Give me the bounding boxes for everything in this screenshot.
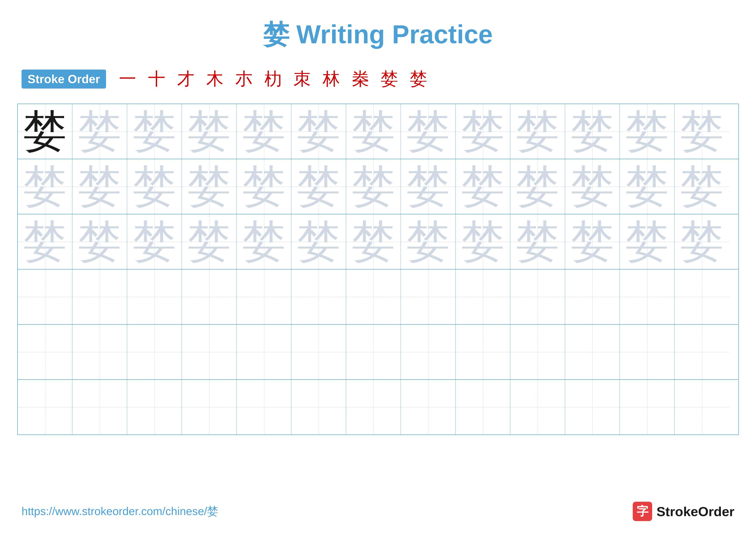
footer-logo: 字 StrokeOrder bbox=[633, 502, 735, 521]
grid-cell-2-11[interactable]: 婪 bbox=[565, 159, 620, 214]
practice-char-light: 婪 bbox=[571, 165, 614, 208]
practice-char-light: 婪 bbox=[680, 165, 723, 208]
grid-cell-2-2[interactable]: 婪 bbox=[72, 159, 127, 214]
grid-cell-4-13[interactable] bbox=[675, 269, 729, 324]
grid-cell-4-6[interactable] bbox=[291, 269, 346, 324]
grid-cell-3-9[interactable]: 婪 bbox=[456, 214, 510, 269]
grid-cell-6-5[interactable] bbox=[237, 380, 291, 435]
grid-row-5 bbox=[18, 325, 738, 380]
grid-cell-2-7[interactable]: 婪 bbox=[346, 159, 401, 214]
grid-cell-1-8[interactable]: 婪 bbox=[401, 104, 456, 159]
logo-icon: 字 bbox=[633, 502, 652, 521]
grid-cell-3-1[interactable]: 婪 bbox=[18, 214, 72, 269]
grid-cell-2-8[interactable]: 婪 bbox=[401, 159, 456, 214]
grid-cell-4-1[interactable] bbox=[18, 269, 72, 324]
grid-cell-5-3[interactable] bbox=[127, 325, 182, 379]
grid-cell-5-4[interactable] bbox=[182, 325, 237, 379]
page-title: 婪 Writing Practice bbox=[263, 20, 493, 49]
grid-cell-1-1[interactable]: 婪 bbox=[18, 104, 72, 159]
grid-cell-3-2[interactable]: 婪 bbox=[72, 214, 127, 269]
grid-cell-5-10[interactable] bbox=[510, 325, 565, 379]
grid-cell-5-9[interactable] bbox=[456, 325, 510, 379]
grid-cell-2-1[interactable]: 婪 bbox=[18, 159, 72, 214]
grid-cell-3-11[interactable]: 婪 bbox=[565, 214, 620, 269]
grid-cell-5-6[interactable] bbox=[291, 325, 346, 379]
grid-cell-3-4[interactable]: 婪 bbox=[182, 214, 237, 269]
grid-cell-1-10[interactable]: 婪 bbox=[510, 104, 565, 159]
footer-url-link[interactable]: https://www.strokeorder.com/chinese/婪 bbox=[21, 504, 218, 519]
grid-cell-1-2[interactable]: 婪 bbox=[72, 104, 127, 159]
grid-cell-6-10[interactable] bbox=[510, 380, 565, 435]
stroke-2: 十 bbox=[148, 67, 165, 91]
grid-cell-4-8[interactable] bbox=[401, 269, 456, 324]
grid-cell-2-4[interactable]: 婪 bbox=[182, 159, 237, 214]
practice-char-light: 婪 bbox=[188, 165, 231, 208]
grid-cell-3-7[interactable]: 婪 bbox=[346, 214, 401, 269]
grid-cell-5-8[interactable] bbox=[401, 325, 456, 379]
grid-cell-5-1[interactable] bbox=[18, 325, 72, 379]
practice-char-light: 婪 bbox=[23, 165, 67, 208]
grid-cell-4-3[interactable] bbox=[127, 269, 182, 324]
grid-cell-4-10[interactable] bbox=[510, 269, 565, 324]
stroke-chars-container: 一 十 才 木 朩 朸 朿 林 桊 婪 婪 bbox=[119, 67, 427, 91]
grid-cell-1-9[interactable]: 婪 bbox=[456, 104, 510, 159]
grid-cell-5-12[interactable] bbox=[620, 325, 675, 379]
grid-cell-6-9[interactable] bbox=[456, 380, 510, 435]
grid-cell-2-10[interactable]: 婪 bbox=[510, 159, 565, 214]
grid-cell-5-7[interactable] bbox=[346, 325, 401, 379]
grid-cell-1-13[interactable]: 婪 bbox=[675, 104, 729, 159]
grid-cell-5-11[interactable] bbox=[565, 325, 620, 379]
stroke-4: 木 bbox=[206, 67, 224, 91]
grid-cell-3-10[interactable]: 婪 bbox=[510, 214, 565, 269]
grid-cell-1-11[interactable]: 婪 bbox=[565, 104, 620, 159]
grid-cell-3-5[interactable]: 婪 bbox=[237, 214, 291, 269]
grid-cell-2-12[interactable]: 婪 bbox=[620, 159, 675, 214]
grid-cell-5-2[interactable] bbox=[72, 325, 127, 379]
grid-cell-5-5[interactable] bbox=[237, 325, 291, 379]
grid-cell-3-6[interactable]: 婪 bbox=[291, 214, 346, 269]
grid-cell-4-7[interactable] bbox=[346, 269, 401, 324]
grid-cell-5-13[interactable] bbox=[675, 325, 729, 379]
grid-cell-6-2[interactable] bbox=[72, 380, 127, 435]
grid-cell-6-8[interactable] bbox=[401, 380, 456, 435]
grid-cell-3-8[interactable]: 婪 bbox=[401, 214, 456, 269]
grid-cell-4-2[interactable] bbox=[72, 269, 127, 324]
grid-cell-6-7[interactable] bbox=[346, 380, 401, 435]
grid-cell-3-3[interactable]: 婪 bbox=[127, 214, 182, 269]
grid-cell-6-12[interactable] bbox=[620, 380, 675, 435]
grid-cell-4-11[interactable] bbox=[565, 269, 620, 324]
stroke-11: 婪 bbox=[410, 67, 427, 91]
stroke-7: 朿 bbox=[293, 67, 311, 91]
grid-row-1: 婪 婪 婪 婪 婪 婪 婪 婪 婪 婪 婪 婪 婪 bbox=[18, 104, 738, 159]
grid-cell-1-6[interactable]: 婪 bbox=[291, 104, 346, 159]
grid-cell-4-4[interactable] bbox=[182, 269, 237, 324]
practice-char-light: 婪 bbox=[352, 110, 395, 153]
grid-cell-3-13[interactable]: 婪 bbox=[675, 214, 729, 269]
grid-cell-2-5[interactable]: 婪 bbox=[237, 159, 291, 214]
grid-cell-6-1[interactable] bbox=[18, 380, 72, 435]
stroke-9: 桊 bbox=[352, 67, 369, 91]
practice-char-light: 婪 bbox=[352, 220, 395, 263]
grid-cell-1-7[interactable]: 婪 bbox=[346, 104, 401, 159]
grid-cell-1-12[interactable]: 婪 bbox=[620, 104, 675, 159]
grid-cell-2-3[interactable]: 婪 bbox=[127, 159, 182, 214]
grid-cell-2-6[interactable]: 婪 bbox=[291, 159, 346, 214]
grid-cell-3-12[interactable]: 婪 bbox=[620, 214, 675, 269]
practice-grid: 婪 婪 婪 婪 婪 婪 婪 婪 婪 婪 婪 婪 婪 婪 婪 婪 婪 婪 婪 婪 … bbox=[17, 104, 739, 435]
grid-cell-4-9[interactable] bbox=[456, 269, 510, 324]
grid-cell-1-5[interactable]: 婪 bbox=[237, 104, 291, 159]
title-english: Writing Practice bbox=[296, 20, 493, 49]
grid-cell-6-4[interactable] bbox=[182, 380, 237, 435]
grid-cell-1-3[interactable]: 婪 bbox=[127, 104, 182, 159]
grid-cell-2-9[interactable]: 婪 bbox=[456, 159, 510, 214]
grid-cell-4-5[interactable] bbox=[237, 269, 291, 324]
grid-cell-4-12[interactable] bbox=[620, 269, 675, 324]
stroke-1: 一 bbox=[119, 67, 136, 91]
grid-cell-6-13[interactable] bbox=[675, 380, 729, 435]
grid-cell-6-6[interactable] bbox=[291, 380, 346, 435]
grid-cell-6-3[interactable] bbox=[127, 380, 182, 435]
grid-cell-1-4[interactable]: 婪 bbox=[182, 104, 237, 159]
practice-char-light: 婪 bbox=[626, 110, 669, 153]
grid-cell-2-13[interactable]: 婪 bbox=[675, 159, 729, 214]
grid-cell-6-11[interactable] bbox=[565, 380, 620, 435]
